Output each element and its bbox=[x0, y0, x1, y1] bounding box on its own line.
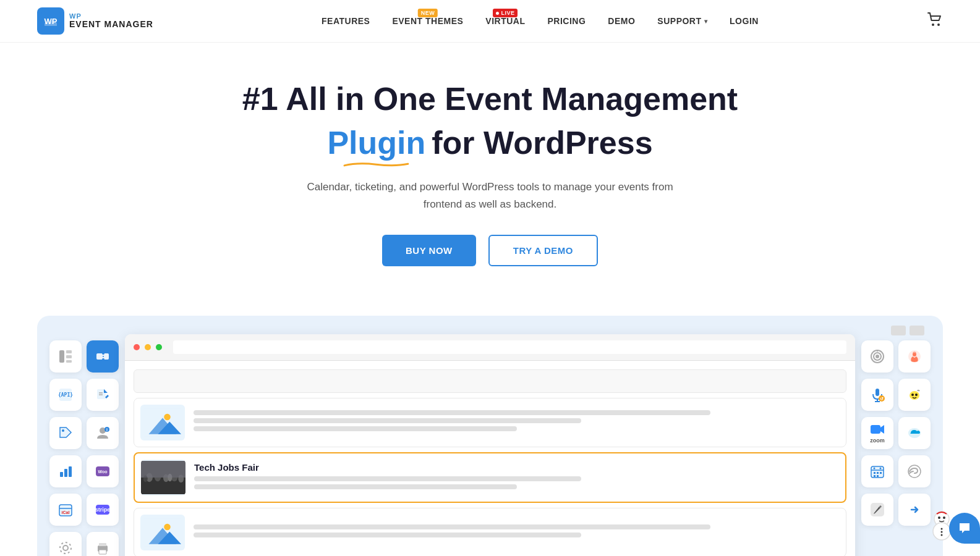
hero-buttons: BUY NOW TRY A DEMO bbox=[12, 235, 968, 266]
event-search-bar[interactable] bbox=[134, 369, 846, 393]
icon-pair-5: iCal stripe bbox=[49, 494, 119, 526]
event-line bbox=[194, 410, 710, 415]
event-card-3[interactable] bbox=[134, 508, 846, 556]
tag-icon[interactable] bbox=[49, 417, 82, 449]
chat-bubble[interactable] bbox=[949, 513, 980, 544]
svg-point-31 bbox=[60, 542, 71, 554]
svg-rect-68 bbox=[871, 425, 880, 434]
nav-virtual[interactable]: LIVE VIRTUAL bbox=[485, 16, 525, 26]
zoom-icon[interactable]: zoom bbox=[861, 417, 893, 449]
mini-ctrl-1 bbox=[891, 326, 906, 335]
icon-pair-1 bbox=[49, 340, 119, 373]
hero-headline: #1 All in One Event Management bbox=[12, 80, 968, 118]
svg-rect-76 bbox=[877, 472, 879, 474]
hero-plugin-word: Plugin bbox=[327, 124, 425, 161]
svg-point-84 bbox=[938, 516, 940, 519]
browser-mock: Tech Jobs Fair bbox=[125, 334, 855, 556]
svg-rect-4 bbox=[59, 350, 64, 363]
hero-for-wordpress: for WordPress bbox=[432, 124, 652, 161]
svg-text:iCal: iCal bbox=[62, 510, 70, 515]
browser-dot-red bbox=[134, 344, 140, 350]
wind-icon[interactable] bbox=[898, 455, 931, 487]
right-icon-pair-3: zoom bbox=[861, 417, 931, 449]
cart-icon[interactable] bbox=[927, 12, 943, 30]
salesforce-icon[interactable] bbox=[898, 417, 931, 449]
svg-text:↺: ↺ bbox=[880, 397, 884, 401]
nav-support[interactable]: SUPPORT ▾ bbox=[657, 16, 707, 26]
svg-rect-21 bbox=[64, 469, 67, 477]
api-icon[interactable]: {API} bbox=[49, 379, 82, 411]
edit-icon[interactable] bbox=[87, 379, 119, 411]
right-icon-pair-1 bbox=[861, 340, 931, 373]
preview-inner: {API} bbox=[49, 334, 931, 556]
woo-icon[interactable]: Woo bbox=[87, 455, 119, 487]
calendar-icon[interactable] bbox=[861, 455, 893, 487]
mic-icon[interactable]: ↺ bbox=[861, 379, 893, 411]
mailchimp-icon[interactable] bbox=[898, 379, 931, 411]
nav-icons bbox=[927, 12, 943, 30]
nav-pricing[interactable]: PRICING bbox=[548, 16, 586, 26]
svg-rect-78 bbox=[874, 475, 876, 477]
logo-text: WP EVENT MANAGER bbox=[69, 12, 153, 29]
svg-point-55 bbox=[876, 355, 879, 358]
svg-rect-60 bbox=[876, 389, 879, 396]
browser-bar bbox=[125, 334, 855, 361]
hubspot-icon[interactable] bbox=[898, 340, 931, 373]
nav-event-themes[interactable]: NEW EVENT THEMES bbox=[392, 16, 463, 26]
hero-section: #1 All in One Event Management Plugin fo… bbox=[0, 43, 980, 316]
svg-point-67 bbox=[915, 394, 918, 396]
event-thumb-3 bbox=[140, 515, 185, 550]
nav-login[interactable]: LOGIN bbox=[730, 16, 759, 26]
svg-point-9 bbox=[102, 352, 104, 355]
live-dot bbox=[496, 12, 499, 15]
user-info-icon[interactable]: i bbox=[87, 417, 119, 449]
nav-demo[interactable]: DEMO bbox=[608, 16, 635, 26]
svg-marker-69 bbox=[880, 425, 884, 434]
elementor-icon[interactable] bbox=[49, 340, 82, 373]
hero-subtitle: Calendar, ticketing, and powerful WordPr… bbox=[299, 179, 682, 212]
chart-icon[interactable] bbox=[49, 455, 82, 487]
ticket-icon[interactable] bbox=[87, 340, 119, 373]
event-card-tech-jobs[interactable]: Tech Jobs Fair bbox=[134, 452, 846, 503]
ical-icon[interactable]: iCal bbox=[49, 494, 82, 526]
svg-rect-75 bbox=[874, 472, 876, 474]
stripe-icon[interactable]: stripe bbox=[87, 494, 119, 526]
top-right-controls bbox=[891, 326, 924, 335]
icon-pair-6 bbox=[49, 532, 119, 556]
event-card-1[interactable] bbox=[134, 398, 846, 447]
browser-content: Tech Jobs Fair bbox=[125, 361, 855, 556]
nav-features[interactable]: FEATURES bbox=[322, 16, 370, 26]
svg-point-36 bbox=[164, 414, 171, 421]
svg-point-2 bbox=[932, 23, 934, 26]
logo[interactable]: WP WP EVENT MANAGER bbox=[37, 7, 153, 35]
dashboard-preview: {API} bbox=[37, 316, 943, 556]
try-demo-button[interactable]: TRY A DEMO bbox=[488, 235, 598, 266]
hero-plugin-line: Plugin for WordPress bbox=[12, 124, 968, 161]
svg-point-74 bbox=[880, 467, 882, 469]
event-info-tech-jobs: Tech Jobs Fair bbox=[194, 462, 839, 492]
icon-pair-4: Woo bbox=[49, 455, 119, 487]
right-sidebar-icons: ↺ bbox=[861, 334, 931, 526]
svg-rect-5 bbox=[66, 350, 72, 353]
svg-point-10 bbox=[102, 358, 104, 361]
svg-rect-33 bbox=[99, 550, 106, 554]
zoom-label: zoom bbox=[870, 437, 885, 444]
event-line bbox=[194, 484, 517, 489]
svg-rect-79 bbox=[877, 475, 879, 477]
event-line bbox=[194, 524, 710, 529]
svg-rect-7 bbox=[66, 360, 72, 363]
settings-icon[interactable] bbox=[49, 532, 82, 556]
event-line bbox=[194, 418, 581, 423]
header: WP WP EVENT MANAGER FEATURES NEW EVENT T… bbox=[0, 0, 980, 43]
print-icon[interactable] bbox=[87, 532, 119, 556]
broadcast-icon[interactable] bbox=[861, 340, 893, 373]
browser-dot-green bbox=[156, 344, 162, 350]
event-line bbox=[194, 426, 517, 431]
event-line bbox=[194, 533, 581, 537]
buy-now-button[interactable]: BUY NOW bbox=[382, 235, 476, 266]
pencil-edit-icon[interactable] bbox=[861, 494, 893, 526]
svg-rect-22 bbox=[69, 466, 72, 477]
browser-dot-yellow bbox=[145, 344, 151, 350]
svg-point-86 bbox=[941, 528, 943, 530]
svg-rect-20 bbox=[60, 472, 63, 477]
